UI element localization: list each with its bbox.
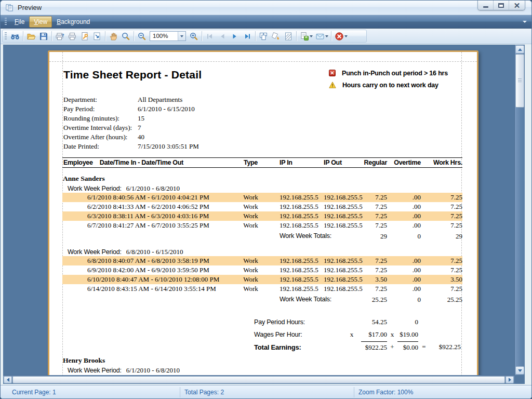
- first-page-icon[interactable]: [204, 31, 216, 42]
- scroll-left-button[interactable]: [4, 376, 12, 383]
- info-label: Date Printed:: [63, 142, 138, 151]
- cell-overtime: .00: [387, 211, 421, 221]
- work-week-totals-row: Work Week Totals: 29 0 29: [62, 232, 462, 241]
- page-color-icon[interactable]: [270, 31, 282, 42]
- info-row: Overtime After (hours):40: [63, 132, 462, 142]
- status-zoom-factor: Zoom Factor: 100%: [354, 387, 531, 397]
- summary-overtime: 0: [397, 318, 418, 326]
- page-setup-icon[interactable]: [78, 31, 91, 42]
- summary-label: Pay Period Hours:: [254, 318, 342, 326]
- close-button[interactable]: ✕: [509, 1, 525, 10]
- cell-ip-in: 192.168.255.5: [268, 202, 317, 211]
- export-document-icon[interactable]: [298, 31, 311, 42]
- preview-window: Preview ✕ File View Background: [0, 0, 532, 399]
- summary-overtime: $0.00: [397, 341, 418, 353]
- scroll-down-button[interactable]: [515, 366, 524, 375]
- save-icon[interactable]: [37, 31, 50, 42]
- status-total-pages: Total Pages: 2: [180, 387, 354, 397]
- next-page-icon[interactable]: [229, 31, 241, 42]
- scroll-right-button[interactable]: [506, 376, 514, 383]
- totals-label: Work Week Totals:: [62, 232, 361, 241]
- previous-page-icon[interactable]: [216, 31, 229, 42]
- cell-work-hrs: 7.25: [421, 265, 462, 275]
- table-row: 6/7/2010 8:41:27 AM - 6/7/2010 3:55:25 P…: [62, 221, 462, 230]
- cell-work-hrs: 7.25: [421, 202, 462, 211]
- export-dropdown-icon[interactable]: [310, 35, 313, 37]
- chevron-down-icon: [180, 35, 183, 37]
- cell-overtime: .00: [387, 265, 421, 275]
- week-period-value: 6/1/2010 - 6/8/2010: [126, 184, 180, 193]
- exit-preview-icon[interactable]: [333, 31, 345, 42]
- cell-ip-out: 192.168.255.5: [317, 211, 361, 221]
- exit-dropdown-icon[interactable]: [344, 35, 348, 37]
- info-value: 7: [138, 123, 141, 132]
- find-icon[interactable]: [9, 31, 21, 42]
- cell-work-hrs: 7.25: [421, 193, 462, 202]
- cell-work-hrs: 7.25: [421, 284, 462, 294]
- arrow-down-icon: [518, 369, 522, 372]
- info-label: Pay Period:: [63, 104, 138, 114]
- maximize-button[interactable]: [494, 1, 509, 10]
- last-page-icon[interactable]: [241, 31, 254, 42]
- preview-app-icon: [5, 3, 14, 12]
- menubar-grip[interactable]: [5, 18, 7, 26]
- week-rows: 6/1/2010 8:40:56 AM - 6/1/2010 4:04:21 P…: [62, 193, 462, 230]
- week-period-value: 6/8/2010 - 6/15/2010: [126, 248, 183, 256]
- header-ip-in: IP In: [268, 158, 317, 167]
- menu-background[interactable]: Background: [52, 16, 95, 28]
- info-row: Rounding (minutes):15: [63, 114, 462, 123]
- cell-overtime: .00: [387, 284, 421, 294]
- scale-icon[interactable]: [91, 31, 103, 42]
- cell-ip-in: 192.168.255.5: [268, 211, 317, 221]
- cell-ip-out: 192.168.255.5: [317, 256, 361, 265]
- cell-type: Work: [234, 284, 268, 294]
- minimize-button[interactable]: [478, 1, 494, 10]
- warning-icon: [329, 82, 336, 88]
- horizontal-scrollbar-thumb[interactable]: [12, 376, 505, 383]
- zoom-value[interactable]: 100%: [150, 32, 178, 41]
- arrow-left-icon: [7, 378, 9, 382]
- toolbar-options-chevron-icon[interactable]: [523, 21, 527, 23]
- cell-regular: 7.25: [361, 221, 387, 230]
- info-row: Date Printed:7/15/2010 3:05:51 PM: [63, 142, 462, 151]
- zoom-combobox[interactable]: 100%: [150, 31, 186, 41]
- info-label: Rounding (minutes):: [63, 114, 138, 123]
- info-row: Department:All Departments: [63, 95, 462, 104]
- scroll-up-button[interactable]: [515, 45, 524, 54]
- zoom-out-icon[interactable]: [136, 31, 148, 42]
- status-current-page: Current Page: 1: [1, 389, 180, 396]
- vertical-scrollbar-thumb[interactable]: [515, 54, 524, 108]
- menu-view[interactable]: View: [29, 16, 52, 28]
- title-bar: Preview ✕: [1, 1, 531, 15]
- zoom-combo-dropdown[interactable]: [178, 32, 185, 41]
- summary-regular: $17.00: [361, 330, 387, 339]
- pan-zoom-icon[interactable]: [119, 31, 132, 42]
- info-label: Overtime After (hours):: [63, 132, 138, 142]
- print-options-icon[interactable]: ?: [54, 31, 66, 42]
- vertical-scrollbar[interactable]: [514, 45, 525, 375]
- watermark-icon[interactable]: [282, 31, 295, 42]
- work-week-period: Work Week Period: 6/8/2010 - 6/15/2010: [62, 248, 462, 256]
- report-content: Time Sheet Report - Detail ✕ Punch in-Pu…: [62, 52, 462, 375]
- summary-label: Total Earnings:: [254, 343, 342, 351]
- menu-background-label: Background: [57, 18, 90, 25]
- info-row: Pay Period:6/1/2010 - 6/15/2010: [63, 104, 462, 114]
- email-dropdown-icon[interactable]: [325, 35, 328, 37]
- header-ip-out: IP Out: [317, 158, 361, 167]
- horizontal-scrollbar[interactable]: [3, 375, 514, 384]
- toolbar-grip[interactable]: [5, 32, 7, 41]
- send-email-icon[interactable]: [314, 31, 326, 42]
- cell-ip-out: 192.168.255.5: [317, 275, 361, 284]
- print-icon[interactable]: [66, 31, 78, 42]
- hand-tool-icon[interactable]: [107, 31, 119, 42]
- zoom-in-icon[interactable]: [188, 31, 200, 42]
- employee-name: Henry Brooks: [63, 356, 462, 365]
- week-period-label: Work Week Period:: [68, 366, 122, 375]
- table-row: 6/1/2010 8:40:56 AM - 6/1/2010 4:04:21 P…: [62, 193, 462, 202]
- menu-file[interactable]: File: [10, 16, 29, 28]
- multiple-pages-icon[interactable]: [257, 31, 270, 42]
- cell-type: Work: [234, 193, 268, 202]
- open-icon[interactable]: [25, 31, 37, 42]
- totals-overtime: 0: [387, 232, 421, 241]
- cell-ip-out: 192.168.255.5: [317, 265, 361, 275]
